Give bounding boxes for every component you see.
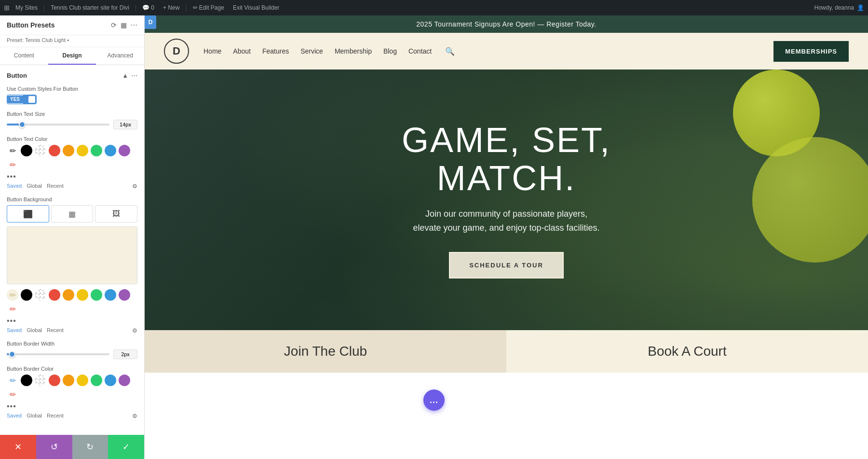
bg-color-white[interactable] [35,289,46,301]
text-color-pen-active[interactable]: ✏ [7,145,18,156]
hero-title: GAME, SET, MATCH. [333,121,680,197]
border-color-gear-icon[interactable]: ⚙ [132,413,137,419]
bg-image-mode[interactable]: 🖼 [95,205,137,223]
text-color-red-pen[interactable]: ✏ [7,159,18,170]
save-button[interactable]: ✓ [108,435,144,459]
bg-color-more[interactable]: ••• [7,317,16,325]
schedule-tour-button[interactable]: SCHEDULE A TOUR [449,252,564,278]
text-color-green[interactable] [91,145,102,156]
bg-gradient-mode[interactable]: ▦ [51,205,94,223]
tab-design[interactable]: Design [48,47,96,65]
border-color-recent[interactable]: Recent [47,413,64,419]
bg-color-red[interactable] [49,289,60,301]
border-color-saved[interactable]: Saved [7,413,22,419]
border-color-blue[interactable] [105,375,116,386]
bg-color-red-pen[interactable]: ✏ [7,303,18,315]
panel-grid-icon[interactable]: ▦ [121,21,127,29]
panel-bottom-toolbar: ✕ ↺ ↻ ✓ [0,435,144,459]
nav-membership[interactable]: Membership [335,47,372,55]
nav-blog[interactable]: Blog [383,47,397,55]
bg-color-pen-active[interactable]: ✏ [7,289,18,301]
bg-color-orange[interactable] [63,289,74,301]
memberships-button[interactable]: MEMBERSHIPS [773,41,849,62]
panel-sync-icon[interactable]: ⟳ [111,21,117,29]
join-club-button[interactable]: Join The Club [145,330,506,373]
book-court-button[interactable]: Book A Court [506,330,868,373]
floating-action-button[interactable]: ... [423,389,445,411]
site-logo[interactable]: D [164,39,189,64]
text-color-more[interactable]: ••• [7,172,16,181]
text-color-recent[interactable]: Recent [47,183,64,190]
border-color-more[interactable]: ••• [7,402,16,411]
bg-color-blue[interactable] [105,289,116,301]
border-color-green[interactable] [91,375,102,386]
bg-color-gear-icon[interactable]: ⚙ [132,327,137,334]
my-sites-link[interactable]: My Sites [13,4,41,11]
text-color-gear-icon[interactable]: ⚙ [132,183,137,190]
text-color-yellow[interactable] [77,145,88,156]
button-section-title: Button [7,72,27,79]
text-color-orange[interactable] [63,145,74,156]
nav-home[interactable]: Home [203,47,221,55]
border-color-red-pen[interactable]: ✏ [7,389,18,400]
wp-logo-icon[interactable]: ⊞ [4,4,10,12]
border-color-orange[interactable] [63,375,74,386]
nav-features[interactable]: Features [262,47,289,55]
tab-advanced[interactable]: Advanced [96,47,144,65]
border-width-thumb[interactable] [9,351,15,358]
text-size-thumb[interactable] [19,121,26,128]
text-color-blue[interactable] [105,145,116,156]
bg-color-recent[interactable]: Recent [47,327,64,334]
section-more-icon[interactable]: ⋯ [131,72,137,79]
text-color-purple[interactable] [119,145,130,156]
bg-color-purple[interactable] [119,289,130,301]
text-size-slider-row: 14px [7,120,137,129]
toggle-control[interactable]: YES [7,95,37,104]
cancel-button[interactable]: ✕ [0,435,36,459]
announcement-bar: 2025 Tournament Signups Are Open! — Regi… [145,15,868,33]
panel-content: Button ▲ ⋯ Use Custom Styles For Button … [0,65,144,435]
text-color-red[interactable] [49,145,60,156]
edit-page-link[interactable]: ✏ Edit Page [190,4,227,11]
text-color-black[interactable] [21,145,32,156]
border-color-pen-active[interactable]: ✏ [7,375,18,386]
custom-styles-toggle-row: YES [7,95,137,104]
new-post-link[interactable]: + New [160,4,182,11]
text-color-saved[interactable]: Saved [7,183,22,190]
border-color-purple[interactable] [119,375,130,386]
border-color-yellow[interactable] [77,375,88,386]
border-color-global[interactable]: Global [27,413,42,419]
border-color-red[interactable] [49,375,60,386]
text-color-global[interactable]: Global [27,183,42,190]
section-expand-icon[interactable]: ▲ [122,72,128,79]
text-color-white[interactable] [35,145,46,156]
bg-color-global[interactable]: Global [27,327,42,334]
tab-content[interactable]: Content [0,47,48,65]
nav-about[interactable]: About [233,47,251,55]
text-size-label: Button Text Size [7,111,137,117]
border-color-white[interactable] [35,375,46,386]
text-size-value[interactable]: 14px [113,120,137,129]
user-avatar[interactable]: 👤 [857,4,864,11]
bg-color-green[interactable] [91,289,102,301]
comments-link[interactable]: 💬 0 [139,4,157,11]
exit-builder-link[interactable]: Exit Visual Builder [230,4,283,11]
border-width-value[interactable]: 2px [113,349,137,359]
nav-search-icon[interactable]: 🔍 [445,47,455,56]
nav-contact[interactable]: Contact [408,47,432,55]
panel-header-actions: ⟳ ▦ ⋯ [111,21,137,29]
nav-service[interactable]: Service [300,47,323,55]
site-name-link[interactable]: Tennis Club starter site for Divi [48,4,132,11]
divi-tab-indicator[interactable]: D [145,15,156,29]
bg-color-yellow[interactable] [77,289,88,301]
border-color-black[interactable] [21,375,32,386]
bg-color-saved[interactable]: Saved [7,327,22,334]
bg-color-black[interactable] [21,289,32,301]
bg-color-mode[interactable]: ⬛ [7,205,49,223]
toggle-switch[interactable] [23,95,36,104]
panel-tabs: Content Design Advanced [0,47,144,65]
undo-button[interactable]: ↺ [36,435,72,459]
cta-section: Join The Club Book A Court [145,330,868,373]
panel-more-icon[interactable]: ⋯ [131,21,137,29]
redo-button[interactable]: ↻ [72,435,108,459]
